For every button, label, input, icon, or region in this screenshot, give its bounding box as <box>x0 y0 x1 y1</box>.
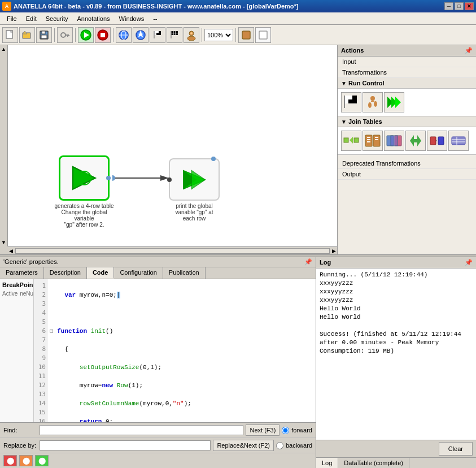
node2-input-dot[interactable] <box>167 177 172 182</box>
find-label: Find: <box>3 427 37 434</box>
globe2-button[interactable] <box>133 27 149 43</box>
tab-configuration[interactable]: Configuration <box>114 267 163 279</box>
props-pin[interactable]: 📌 <box>304 258 312 266</box>
scroll-down[interactable]: ▼ <box>1 240 6 245</box>
action-output[interactable]: Output <box>338 169 476 180</box>
log-tab-datatable[interactable]: DataTable (complete) <box>338 458 409 468</box>
svg-point-33 <box>190 32 193 34</box>
globe1-button[interactable] <box>116 27 132 43</box>
nav-next-button[interactable]: ⬤ <box>35 455 49 466</box>
backward-radio[interactable] <box>276 442 283 449</box>
svg-rect-46 <box>348 96 352 99</box>
scroll-up[interactable]: ▲ <box>1 46 6 52</box>
save-button[interactable] <box>36 27 52 43</box>
code-line-4: { <box>50 346 68 353</box>
node1[interactable]: generates a 4-row tableChange the global… <box>59 155 110 201</box>
svg-point-52 <box>374 101 377 107</box>
code-content[interactable]: var myrow,n=0;| ⊟ function init() { setO… <box>47 279 316 422</box>
join-icon-1[interactable] <box>341 131 361 151</box>
new-button[interactable] <box>2 27 18 43</box>
separator4 <box>202 28 202 42</box>
forward-radio[interactable] <box>282 427 289 434</box>
join-icon-5[interactable] <box>427 131 447 151</box>
maximize-button[interactable]: □ <box>455 2 464 10</box>
code-area: BreakPoints: Active neNum 12345678910111… <box>0 279 316 422</box>
find-input[interactable] <box>40 425 243 435</box>
key-button[interactable] <box>57 27 73 43</box>
stop-button[interactable] <box>95 27 111 43</box>
svg-rect-70 <box>391 136 398 146</box>
flag2-button[interactable] <box>167 27 182 43</box>
close-button[interactable]: ✕ <box>465 2 474 10</box>
app-icon: A <box>2 2 11 11</box>
action-run-control[interactable]: ▼ Run Control <box>338 78 476 89</box>
svg-point-53 <box>368 102 372 108</box>
join-icon-3[interactable] <box>384 131 404 151</box>
separator2 <box>75 28 76 42</box>
log-panel: Log 📌 Running... (5/11/12 12:19:44) xxxy… <box>316 257 476 468</box>
tab-parameters[interactable]: Parameters <box>0 267 44 279</box>
extra-btn1[interactable] <box>238 27 254 43</box>
tab-description[interactable]: Description <box>44 267 87 279</box>
menu-extra[interactable]: -- <box>149 14 161 23</box>
zoom-select[interactable]: 100% 50% 75% 125% 150% 200% <box>204 29 233 41</box>
window-title: ANATELLA 64bit - beta - v0.89 - from BUS… <box>14 3 444 10</box>
tab-code[interactable]: Code <box>87 267 115 279</box>
open-button[interactable] <box>19 27 35 43</box>
replace-input[interactable] <box>40 440 211 450</box>
join-icon-4[interactable] <box>405 131 426 151</box>
action-transformations[interactable]: Transformations <box>338 67 476 78</box>
tab-publication[interactable]: Publication <box>163 267 206 279</box>
backward-radio-group: backward <box>276 442 312 449</box>
forward-radio-group: forward <box>282 427 312 434</box>
menu-file[interactable]: File <box>2 14 21 23</box>
run-icon-person[interactable] <box>363 92 383 112</box>
find-next-button[interactable]: Next (F3) <box>246 424 280 436</box>
log-content: Running... (5/11/12 12:19:44) xxxyyyzzz … <box>316 268 476 440</box>
user-button[interactable] <box>184 27 199 43</box>
minimize-button[interactable]: ─ <box>444 2 453 10</box>
action-join-tables[interactable]: ▼ Join Tables <box>338 116 476 127</box>
svg-rect-58 <box>344 138 348 142</box>
code-line-5: setOutputRowSize(0,1); <box>50 364 161 371</box>
flag1-button[interactable] <box>150 27 165 43</box>
scroll-left-btn[interactable]: ◀ <box>8 248 14 254</box>
scroll-right-btn[interactable]: ▶ <box>331 248 337 254</box>
backward-label: backward <box>286 442 312 449</box>
code-line-1: var myrow,n=0;| <box>50 292 120 298</box>
log-pin[interactable]: 📌 <box>465 259 473 266</box>
svg-marker-57 <box>395 97 401 108</box>
menu-security[interactable]: Security <box>41 14 73 23</box>
canvas-hscroll[interactable]: ◀ ▶ <box>8 246 337 254</box>
run-icon-flag[interactable] <box>341 92 361 112</box>
menu-edit[interactable]: Edit <box>21 14 41 23</box>
menu-windows[interactable]: Windows <box>115 14 149 23</box>
props-header: 'Generic' properties. 📌 <box>0 257 316 267</box>
replace-next-button[interactable]: Replace&Next (F2) <box>213 440 274 451</box>
node2-top-dot[interactable] <box>211 157 216 161</box>
menu-annotations[interactable]: Annotations <box>72 14 114 23</box>
log-tab-log[interactable]: Log <box>316 458 338 468</box>
clear-button[interactable]: Clear <box>439 442 473 456</box>
canvas-scroll-left: ▲ ▼ <box>0 45 8 246</box>
node2[interactable]: print the globalvariable "gp" ateach row <box>169 158 220 201</box>
nav-back-button[interactable]: ⬤ <box>19 455 33 466</box>
props-tabs: Parameters Description Code Configuratio… <box>0 267 316 279</box>
main-layout: ▲ ▼ generates a 4-row <box>0 45 476 254</box>
action-deprecated[interactable]: Deprecated Transformations <box>338 158 476 169</box>
breakpoints-cols: Active neNum <box>2 291 31 297</box>
canvas[interactable]: generates a 4-row tableChange the global… <box>8 45 337 246</box>
join-icon-6[interactable] <box>448 131 469 151</box>
join-icon-2[interactable] <box>363 131 383 151</box>
action-input[interactable]: Input <box>338 57 476 67</box>
extra-btn2[interactable] <box>255 27 271 43</box>
svg-point-51 <box>370 96 375 101</box>
window-controls: ─ □ ✕ <box>444 2 474 10</box>
svg-rect-14 <box>101 33 105 37</box>
node1-output-dot[interactable] <box>106 176 111 180</box>
play-button[interactable] <box>78 27 94 43</box>
nav-prev-button[interactable]: ⬤ <box>3 455 17 466</box>
svg-rect-74 <box>430 137 436 145</box>
run-icon-play-triple[interactable] <box>384 92 404 112</box>
actions-pin[interactable]: 📌 <box>465 47 473 54</box>
